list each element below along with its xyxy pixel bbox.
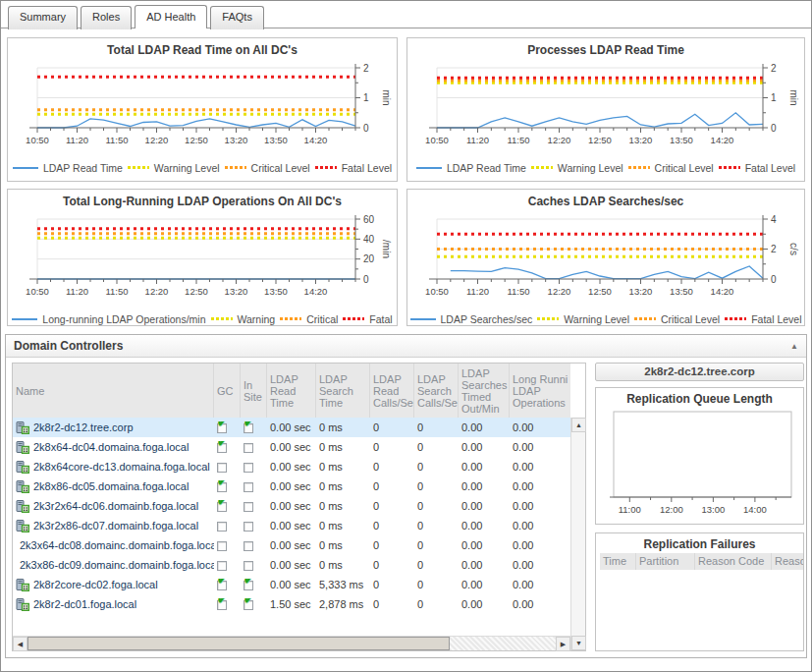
legend-dotted-sample	[628, 166, 650, 169]
table-row[interactable]: 2k3x86-dc09.domainc.domainb.foga.local0.…	[13, 555, 570, 575]
dc-detail-column: 2k8r2-dc12.tree.corp Replication Queue L…	[595, 363, 804, 659]
replication-failures-panel: Replication Failures TimePartitionReason…	[595, 532, 804, 651]
table-row[interactable]: 2k3r2x64-dc06.domainb.foga.local✔0.00 se…	[13, 496, 570, 516]
dc-value-cell: 0.00	[459, 421, 510, 433]
dc-name-cell: 2k8r2-dc12.tree.corp	[13, 421, 214, 434]
dc-value-cell: 0.00	[510, 421, 570, 433]
table-row[interactable]: 2k8r2core-dc02.foga.local✔✔0.00 sec5,333…	[13, 575, 570, 594]
chart-panel-caches-ldap-searches: Caches LDAP Searches/sec 024c/s10:5011:2…	[406, 189, 805, 326]
dc-value-cell: 0.00 sec	[267, 461, 316, 473]
failures-column-header[interactable]: Reason Code	[695, 553, 772, 570]
dc-value-cell: 0.00 sec	[267, 480, 316, 492]
line-chart: 0204060/min10:5011:2011:5012:2012:5013:2…	[8, 210, 395, 310]
domain-controllers-body: NameGCIn SiteLDAP Read TimeLDAP Search T…	[6, 358, 806, 657]
svg-text:11:50: 11:50	[507, 135, 529, 145]
dc-name-cell: 2k8r2-dc01.foga.local	[13, 598, 214, 611]
dc-name-cell: 2k3x64-dc08.domainc.domainb.foga.local	[13, 539, 214, 552]
table-row[interactable]: 2k3x64-dc08.domainc.domainb.foga.local0.…	[13, 535, 570, 555]
dc-value-cell	[241, 500, 267, 512]
legend-label: Critical Level	[661, 313, 720, 325]
dc-value-cell	[241, 480, 267, 492]
tab-faqts[interactable]: FAQts	[210, 6, 264, 29]
table-row[interactable]: 2k8x86-dc05.domaina.foga.local✔0.00 sec0…	[13, 476, 570, 496]
legend-dotted-sample	[225, 166, 246, 169]
legend-label: Critical Level	[251, 162, 310, 174]
dc-value-cell: 0	[370, 500, 414, 512]
dc-name: 2k3x64-dc08.domainc.domainb.foga.local	[20, 539, 214, 551]
checked-checkbox-icon: ✔	[217, 441, 229, 453]
legend-line-sample	[13, 167, 38, 169]
dc-name-cell: 2k3x86-dc09.domainc.domainb.foga.local	[13, 559, 214, 572]
svg-text:12:20: 12:20	[145, 286, 169, 297]
scroll-left-button[interactable]: ◀	[13, 637, 27, 651]
table-row[interactable]: 2k8r2-dc12.tree.corp✔✔0.00 sec0 ms000.00…	[13, 418, 570, 437]
table-row[interactable]: 2k3r2x86-dc07.domainb.foga.local0.00 sec…	[13, 516, 570, 535]
table-row[interactable]: 2k8x64-dc04.domaina.foga.local✔0.00 sec0…	[13, 437, 570, 457]
svg-text:13:20: 13:20	[629, 135, 653, 145]
domain-controller-icon	[16, 579, 29, 591]
dc-value-cell: 0	[370, 579, 414, 590]
column-header[interactable]: LDAP Searches Timed Out/Min	[459, 364, 510, 418]
dc-name: 2k8r2core-dc02.foga.local	[33, 579, 158, 590]
legend-label: Fatal Level	[745, 162, 795, 174]
vertical-scrollbar[interactable]: ▲ ▼	[570, 418, 585, 650]
column-header[interactable]: LDAP Read Calls/Sec	[370, 364, 414, 418]
failures-column-header[interactable]: Time	[600, 553, 636, 570]
column-header[interactable]: Long Runni LDAP Operations	[510, 364, 570, 418]
svg-text:12:20: 12:20	[548, 135, 571, 145]
replication-queue-title: Replication Queue Length	[596, 388, 803, 407]
horizontal-scroll-thumb[interactable]	[27, 637, 450, 650]
domain-controller-icon	[16, 500, 29, 513]
scroll-right-button[interactable]: ▶	[556, 637, 570, 651]
table-row[interactable]: 2k8x64core-dc13.domaina.foga.local0.00 s…	[13, 457, 570, 476]
legend-label: Fatal	[369, 313, 392, 325]
failures-column-header[interactable]: Reason	[772, 553, 804, 570]
collapse-panel-icon[interactable]: ▲	[790, 342, 798, 351]
scroll-down-button[interactable]: ▼	[571, 636, 586, 650]
dc-name-cell: 2k8x64core-dc13.domaina.foga.local	[13, 461, 214, 474]
chart-legend: LDAP Read TimeWarning LevelCritical Leve…	[407, 159, 804, 176]
legend-dotted-sample	[280, 317, 301, 320]
svg-text:0: 0	[771, 123, 777, 134]
unchecked-checkbox-icon	[244, 461, 255, 473]
scroll-up-button[interactable]: ▲	[571, 418, 586, 432]
svg-text:11:20: 11:20	[466, 135, 489, 145]
column-header[interactable]: GC	[214, 364, 241, 418]
column-header[interactable]: Name	[13, 364, 214, 418]
svg-text:13:20: 13:20	[629, 286, 653, 297]
svg-text:12:50: 12:50	[185, 286, 208, 297]
horizontal-scrollbar[interactable]: ◀ ▶	[13, 636, 570, 650]
column-header[interactable]: In Site	[241, 364, 267, 418]
tab-ad-health[interactable]: AD Health	[135, 5, 207, 28]
unchecked-checkbox-icon	[244, 480, 255, 492]
dc-value-cell: 0.00	[459, 500, 510, 512]
unchecked-checkbox-icon	[217, 559, 229, 571]
horizontal-scroll-track[interactable]	[450, 637, 556, 650]
line-chart: 012min10:5011:2011:5012:2012:5013:2013:5…	[407, 59, 802, 159]
legend-label: Fatal Level	[342, 162, 392, 174]
dc-value-cell: 0 ms	[316, 480, 370, 492]
checked-checkbox-icon: ✔	[217, 579, 229, 590]
svg-text:13:20: 13:20	[225, 135, 248, 145]
table-row[interactable]: 2k8r2-dc01.foga.local✔✔1.50 sec2,878 ms0…	[13, 594, 570, 614]
tab-summary[interactable]: Summary	[8, 6, 78, 29]
svg-text:10:50: 10:50	[26, 135, 49, 145]
dc-name: 2k3r2x86-dc07.domainb.foga.local	[33, 520, 198, 532]
dc-value-cell: ✔	[214, 500, 241, 512]
domain-controllers-title: Domain Controllers	[14, 339, 790, 353]
column-header[interactable]: LDAP Search Time	[316, 364, 370, 418]
dc-value-cell: 0.00	[510, 598, 570, 610]
column-header[interactable]: LDAP Read Time	[267, 364, 316, 418]
svg-text:12:00: 12:00	[660, 504, 683, 515]
dc-name-cell: 2k8x64-dc04.domaina.foga.local	[13, 441, 214, 454]
dc-value-cell: 0	[414, 500, 459, 512]
failures-column-header[interactable]: Partition	[636, 553, 695, 570]
svg-text:2: 2	[771, 244, 777, 254]
tab-roles[interactable]: Roles	[81, 6, 132, 29]
checked-checkbox-icon: ✔	[244, 598, 255, 610]
selected-dc-button[interactable]: 2k8r2-dc12.tree.corp	[595, 363, 804, 381]
column-header[interactable]: LDAP Search Calls/Sec	[414, 364, 459, 418]
unchecked-checkbox-icon	[244, 539, 255, 551]
svg-text:0: 0	[363, 123, 369, 134]
unchecked-checkbox-icon	[244, 559, 255, 571]
